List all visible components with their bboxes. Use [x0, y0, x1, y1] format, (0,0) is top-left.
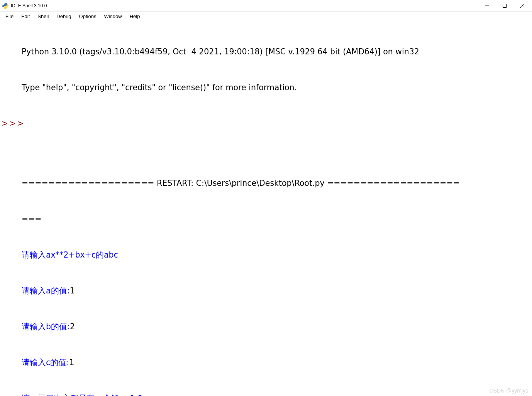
titlebar: IDLE Shell 3.10.0: [0, 0, 532, 12]
svg-rect-3: [503, 4, 507, 7]
result-line: 该一元二次方程只有一个解：-1.0: [22, 393, 532, 396]
prompt-a: 请输入a的值:: [22, 286, 69, 295]
help-line: Type "help", "copyright", "credits" or "…: [22, 82, 532, 94]
close-button[interactable]: [513, 0, 531, 12]
prompt-b: 请输入b的值:: [22, 322, 70, 331]
watermark: CSDN @yymjys: [489, 388, 528, 394]
svg-point-1: [6, 8, 7, 8]
menu-window[interactable]: Window: [100, 13, 125, 20]
menu-edit[interactable]: Edit: [17, 13, 34, 20]
shell-output[interactable]: Python 3.10.0 (tags/v3.10.0:b494f59, Oct…: [0, 21, 532, 396]
app-icon: [2, 3, 8, 9]
menu-help[interactable]: Help: [126, 13, 144, 20]
window-title: IDLE Shell 3.10.0: [11, 3, 478, 8]
menu-debug[interactable]: Debug: [53, 13, 75, 20]
input-c: 1: [69, 358, 74, 367]
input-b: 2: [70, 322, 75, 331]
input-a: 1: [69, 286, 75, 295]
menubar: File Edit Shell Debug Options Window Hel…: [0, 12, 532, 21]
prompt-abc: 请输入ax**2+bx+c的abc: [22, 249, 532, 261]
window-controls: [478, 0, 531, 12]
minimize-button[interactable]: [478, 0, 496, 12]
maximize-button[interactable]: [496, 0, 513, 12]
menu-shell[interactable]: Shell: [34, 13, 53, 20]
menu-file[interactable]: File: [2, 13, 17, 20]
menu-options[interactable]: Options: [75, 13, 100, 20]
shell-prompt: >>>: [0, 118, 22, 130]
restart-wrap: ===: [22, 213, 532, 225]
version-line: Python 3.10.0 (tags/v3.10.0:b494f59, Oct…: [22, 46, 532, 58]
restart-line: ==================== RESTART: C:\Users\p…: [22, 177, 532, 189]
svg-point-0: [4, 3, 5, 4]
prompt-c: 请输入c的值:: [22, 358, 69, 367]
